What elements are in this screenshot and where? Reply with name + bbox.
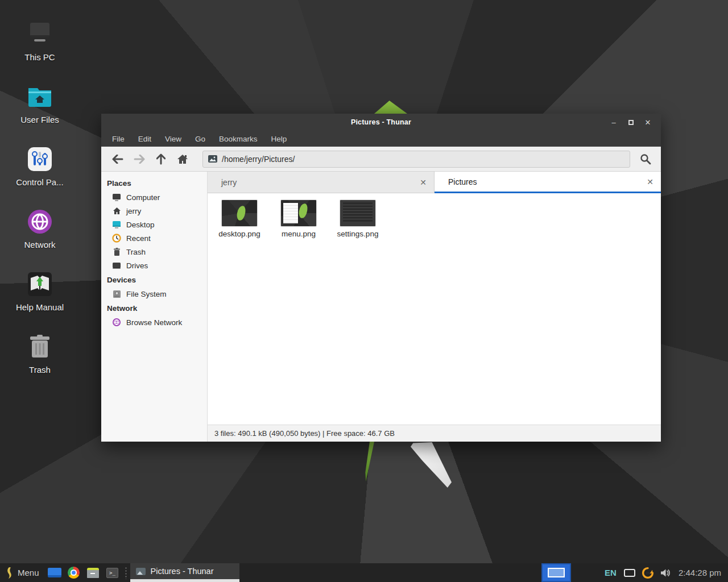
sidebar-item-trash[interactable]: Trash bbox=[101, 245, 207, 259]
file-menu-png[interactable]: menu.png bbox=[271, 200, 326, 238]
menu-view[interactable]: View bbox=[159, 132, 188, 146]
window-titlebar[interactable]: Pictures - Thunar – ✕ bbox=[101, 114, 661, 131]
menu-help[interactable]: Help bbox=[265, 132, 293, 146]
menu-go[interactable]: Go bbox=[189, 132, 212, 146]
show-desktop-icon bbox=[48, 568, 61, 577]
menu-button[interactable]: Menu bbox=[0, 563, 45, 582]
tab-pictures[interactable]: Pictures ✕ bbox=[435, 172, 661, 193]
up-button[interactable] bbox=[150, 149, 172, 169]
recent-clock-icon bbox=[112, 234, 121, 243]
tab-jerry[interactable]: jerry ✕ bbox=[208, 172, 435, 193]
computer-icon bbox=[112, 193, 121, 202]
maximize-button[interactable] bbox=[624, 116, 637, 128]
desktop-icon-user-files[interactable]: User Files bbox=[6, 72, 74, 124]
thunar-window: Pictures - Thunar – ✕ File Edit View Go … bbox=[101, 114, 661, 442]
desktop-icon-label: Network bbox=[24, 240, 55, 250]
desktop-icon-network[interactable]: Network bbox=[6, 197, 74, 250]
menu-file[interactable]: File bbox=[106, 132, 131, 146]
desktop-icon-label: Trash bbox=[29, 365, 51, 375]
filesystem-icon bbox=[112, 289, 121, 298]
display-settings-icon[interactable] bbox=[624, 569, 635, 577]
tab-close-icon[interactable]: ✕ bbox=[645, 177, 655, 187]
keyboard-layout-indicator[interactable]: EN bbox=[601, 568, 621, 577]
desktop-icon-this-pc[interactable]: This PC bbox=[6, 9, 74, 62]
sidebar-item-label: File System bbox=[126, 290, 167, 298]
tab-label: jerry bbox=[221, 178, 237, 187]
tab-close-icon[interactable]: ✕ bbox=[418, 177, 428, 188]
desktop-png-thumbnail bbox=[222, 200, 257, 226]
toolbar: /home/jerry/Pictures/ bbox=[101, 147, 661, 172]
sidebar-item-label: Trash bbox=[126, 248, 146, 256]
home-button[interactable] bbox=[172, 149, 193, 169]
sidebar-item-file-system[interactable]: File System bbox=[101, 287, 207, 301]
mint-menu-icon bbox=[5, 567, 14, 579]
sidebar-header-network: Network bbox=[101, 301, 207, 315]
terminal-icon: >_ bbox=[106, 568, 118, 578]
back-button[interactable] bbox=[107, 149, 129, 169]
sidebar-item-desktop[interactable]: Desktop bbox=[101, 218, 207, 231]
maximize-icon bbox=[628, 120, 634, 125]
close-button[interactable]: ✕ bbox=[642, 116, 654, 128]
tab-label: Pictures bbox=[448, 177, 477, 186]
home-icon bbox=[177, 154, 188, 164]
sidebar-item-jerry[interactable]: jerry bbox=[101, 204, 207, 218]
show-desktop-launcher[interactable] bbox=[45, 563, 64, 582]
minimize-button[interactable]: – bbox=[607, 116, 620, 128]
menu-png-thumbnail bbox=[281, 200, 316, 226]
sidebar-item-drives[interactable]: Drives bbox=[101, 259, 207, 272]
taskbar-task-pictures-thunar[interactable]: Pictures - Thunar bbox=[130, 563, 239, 582]
sidebar-item-recent[interactable]: Recent bbox=[101, 231, 207, 245]
forward-button[interactable] bbox=[129, 149, 150, 169]
task-label: Pictures - Thunar bbox=[151, 567, 214, 576]
terminal-launcher[interactable]: >_ bbox=[103, 563, 122, 582]
sidebar: Places Computer jerry Desktop Recent Tra… bbox=[101, 172, 208, 442]
tabbar: jerry ✕ Pictures ✕ bbox=[208, 172, 661, 193]
menubar: File Edit View Go Bookmarks Help bbox=[101, 131, 661, 147]
sidebar-item-label: Recent bbox=[126, 234, 151, 243]
menu-button-label: Menu bbox=[18, 568, 39, 577]
sidebar-item-browse-network[interactable]: Browse Network bbox=[101, 315, 207, 329]
settings-grid-thumbnail bbox=[343, 202, 373, 222]
clock: 2:44:28 pm bbox=[674, 568, 728, 577]
sidebar-item-label: Drives bbox=[126, 261, 148, 270]
desktop-icon-label: User Files bbox=[20, 115, 59, 124]
file-name: menu.png bbox=[282, 230, 316, 238]
browser-launcher[interactable] bbox=[64, 563, 84, 582]
desktop-icon-label: Control Pa... bbox=[16, 177, 63, 187]
task-window-icon bbox=[136, 568, 146, 575]
workspace-switcher[interactable] bbox=[541, 563, 571, 582]
search-icon bbox=[640, 153, 651, 165]
menu-bookmarks[interactable]: Bookmarks bbox=[213, 132, 264, 146]
desktop-icon-help-manual[interactable]: Help Manual bbox=[6, 259, 74, 312]
mint-leaf-thumbnail-blob bbox=[236, 205, 246, 221]
back-arrow-icon bbox=[112, 155, 123, 164]
sidebar-header-places: Places bbox=[101, 176, 207, 190]
chrome-icon bbox=[68, 567, 80, 579]
sidebar-header-devices: Devices bbox=[101, 272, 207, 287]
this-pc-icon bbox=[26, 20, 54, 48]
desktop-icon-column: This PC User Files Control Pa... Network… bbox=[6, 9, 74, 375]
search-button[interactable] bbox=[636, 149, 655, 169]
menu-edit[interactable]: Edit bbox=[132, 132, 158, 146]
sidebar-item-label: Computer bbox=[126, 193, 160, 202]
desktop-icon-trash[interactable]: Trash bbox=[6, 322, 74, 375]
window-title: Pictures - Thunar bbox=[101, 118, 661, 126]
menu-panel-thumbnail bbox=[283, 203, 298, 223]
file-manager-launcher[interactable] bbox=[84, 563, 103, 582]
pathbar[interactable]: /home/jerry/Pictures/ bbox=[202, 151, 630, 168]
file-view[interactable]: desktop.png menu.png settings.png bbox=[208, 193, 661, 425]
update-manager-icon[interactable] bbox=[642, 567, 654, 579]
desktop-icon-label: Help Manual bbox=[16, 302, 64, 312]
volume-icon[interactable] bbox=[660, 568, 671, 577]
forward-arrow-icon bbox=[134, 155, 145, 164]
sidebar-item-computer[interactable]: Computer bbox=[101, 190, 207, 204]
file-desktop-png[interactable]: desktop.png bbox=[212, 200, 267, 238]
file-name: settings.png bbox=[337, 230, 379, 238]
mint-leaf-thumbnail-blob bbox=[298, 203, 308, 219]
sidebar-item-label: Desktop bbox=[126, 221, 155, 229]
desktop-icon-control-panel[interactable]: Control Pa... bbox=[6, 134, 74, 187]
home-icon bbox=[112, 206, 121, 215]
up-arrow-icon bbox=[156, 153, 166, 165]
user-files-icon bbox=[26, 82, 53, 111]
file-settings-png[interactable]: settings.png bbox=[330, 200, 385, 238]
